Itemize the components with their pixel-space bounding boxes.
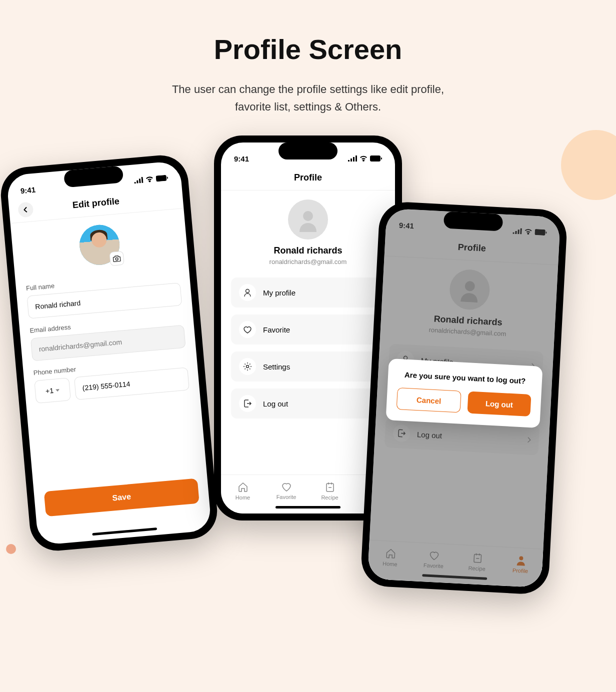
logout-icon [243, 399, 252, 408]
home-indicator [276, 506, 340, 508]
phone-edit-profile: 9:41 Edit profile [0, 153, 220, 553]
heart-icon [243, 326, 252, 334]
svg-rect-3 [370, 156, 380, 162]
menu-label: Log out [263, 400, 288, 408]
phone-logout-dialog: 9:41 Profile Ronald richards ronaldricha… [360, 201, 568, 596]
menu-label: Favorite [263, 326, 290, 334]
menu-settings[interactable]: Settings [231, 352, 385, 382]
phone-input[interactable] [74, 368, 190, 400]
svg-point-7 [246, 366, 249, 368]
back-button[interactable] [18, 202, 34, 218]
screen-title: Edit profile [72, 196, 120, 210]
wifi-icon [146, 176, 154, 182]
nav-favorite[interactable]: Favorite [264, 475, 308, 506]
camera-button[interactable] [109, 251, 124, 266]
status-time: 9:41 [20, 185, 36, 195]
svg-point-6 [246, 290, 250, 293]
menu-logout[interactable]: Log out [231, 388, 385, 418]
battery-icon [370, 156, 382, 162]
page-subtitle: The user can change the profile settings… [133, 80, 483, 116]
screen-header: Profile [221, 166, 395, 190]
country-code-select[interactable]: +1 [34, 378, 71, 404]
heart-icon [281, 482, 292, 492]
screen-title: Profile [294, 172, 322, 182]
battery-icon [156, 175, 168, 182]
svg-rect-0 [156, 175, 166, 182]
svg-point-5 [303, 211, 313, 221]
nav-home[interactable]: Home [221, 475, 264, 506]
home-icon [238, 482, 248, 492]
person-icon [296, 207, 320, 232]
svg-rect-4 [381, 158, 382, 160]
menu-my-profile[interactable]: My profile [231, 278, 385, 308]
dialog-title: Are you sure you want to log out? [398, 370, 532, 386]
person-icon [243, 288, 252, 297]
signal-icon [134, 177, 144, 184]
chevron-down-icon [56, 389, 60, 392]
cancel-button[interactable]: Cancel [396, 388, 462, 413]
menu-label: Settings [263, 362, 290, 371]
status-time: 9:41 [234, 154, 249, 163]
user-email: ronaldrichards@gmail.com [231, 258, 385, 266]
avatar[interactable] [78, 224, 122, 267]
menu-favorite[interactable]: Favorite [231, 314, 385, 344]
notch [444, 212, 504, 232]
camera-icon [112, 255, 121, 262]
wifi-icon [360, 156, 368, 162]
gear-icon [243, 362, 252, 371]
user-name: Ronald richards [231, 246, 385, 256]
page-title: Profile Screen [0, 33, 616, 66]
logout-button[interactable]: Log out [467, 392, 531, 417]
menu-label: My profile [263, 288, 296, 297]
svg-rect-1 [167, 177, 168, 179]
notch [278, 142, 338, 160]
nav-recipe[interactable]: Recipe [308, 475, 352, 506]
avatar-placeholder[interactable] [288, 200, 328, 240]
recipe-icon [325, 482, 335, 492]
svg-point-2 [116, 258, 118, 260]
logout-dialog: Are you sure you want to log out? Cancel… [386, 358, 542, 428]
chevron-left-icon [24, 206, 28, 213]
signal-icon [348, 156, 357, 162]
